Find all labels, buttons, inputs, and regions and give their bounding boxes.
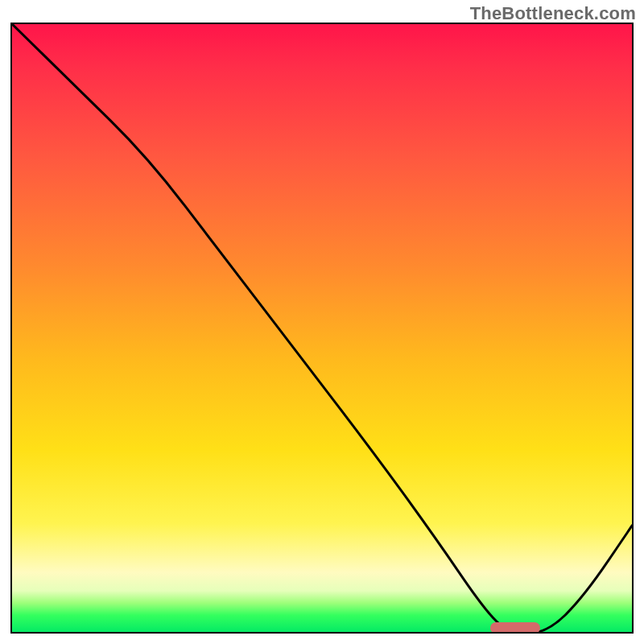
heat-gradient [10,23,634,634]
watermark-text: TheBottleneck.com [470,3,636,24]
plot-area [10,23,634,634]
optimal-range-marker [490,622,540,634]
chart-container: TheBottleneck.com [0,0,644,644]
